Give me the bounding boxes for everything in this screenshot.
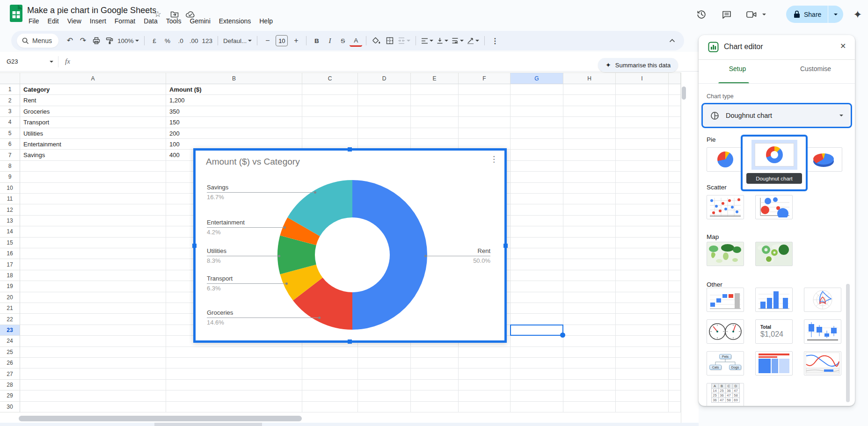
tab-setup[interactable]: Setup [705,65,770,72]
column-header-C[interactable]: C [302,72,358,84]
thumb-scatter-chart[interactable] [707,195,744,219]
gemini-icon[interactable]: ✦ [851,7,865,22]
menu-file[interactable]: File [24,16,44,26]
menu-extensions[interactable]: Extensions [215,16,255,26]
print-button[interactable] [90,34,102,47]
row-header-10[interactable]: 10 [0,183,20,194]
paint-format-button[interactable] [103,34,116,47]
menu-edit[interactable]: Edit [44,16,63,26]
text-color-button[interactable]: A [350,36,362,47]
summarise-data-button[interactable]: ✦ Summarise this data [598,58,678,72]
font-size-input[interactable]: 10 [274,34,289,47]
thumb-doughnut-chart[interactable] [755,143,794,166]
row-header-22[interactable]: 22 [0,314,20,325]
row-header-30[interactable]: 30 [0,402,20,412]
borders-button[interactable] [383,34,396,47]
row-header-4[interactable]: 4 [0,117,20,128]
cell[interactable]: Category [22,84,166,95]
row-header-21[interactable]: 21 [0,303,20,314]
collapse-toolbar-button[interactable] [666,34,678,47]
chart-resize-handle-left[interactable] [192,244,197,248]
menu-help[interactable]: Help [255,16,277,26]
select-all-corner[interactable] [0,72,20,84]
row-header-29[interactable]: 29 [0,390,20,401]
close-icon[interactable]: ✕ [840,42,846,51]
strikethrough-button[interactable]: S [336,34,349,47]
thumb-org-chart[interactable]: Pets Cats Dogs [707,351,744,375]
row-header-25[interactable]: 25 [0,347,20,358]
menu-format[interactable]: Format [110,16,139,26]
menu-gemini[interactable]: Gemini [185,16,214,26]
menu-data[interactable]: Data [139,16,162,26]
increase-font-size-button[interactable]: + [290,34,302,47]
chart-resize-handle-bottom[interactable] [348,339,352,344]
thumb-bubble-chart[interactable] [755,195,793,219]
merge-cells-button[interactable] [396,34,412,47]
row-header-17[interactable]: 17 [0,259,20,270]
thumb-histogram-chart[interactable] [755,288,793,312]
menu-tools[interactable]: Tools [162,16,186,26]
share-dropdown-caret[interactable] [828,6,843,23]
thumb-pie-chart[interactable] [707,147,744,172]
thumb-table-chart[interactable]: ABCD142536472536475836475869 [707,383,744,406]
thumb-geo-chart-markers[interactable] [755,242,793,266]
cell[interactable]: 350 [168,106,302,117]
column-header-G[interactable]: G [511,72,563,84]
meet-dropdown-caret[interactable] [760,7,768,22]
sheets-logo-icon[interactable] [10,5,22,22]
version-history-icon[interactable] [694,7,708,22]
row-header-11[interactable]: 11 [0,194,20,204]
meet-video-icon[interactable] [744,7,759,22]
row-header-1[interactable]: 1 [0,84,20,95]
thumb-timeline-chart[interactable] [804,351,841,375]
row-header-19[interactable]: 19 [0,281,20,292]
column-header-D[interactable]: D [358,72,411,84]
share-button[interactable]: Share [786,6,828,23]
thumb-candlestick-chart[interactable] [804,319,841,344]
menu-insert[interactable]: Insert [86,16,110,26]
row-header-5[interactable]: 5 [0,128,20,139]
row-header-6[interactable]: 6 [0,139,20,150]
cell[interactable]: Savings [22,150,166,160]
cell[interactable]: Rent [22,95,166,106]
row-header-13[interactable]: 13 [0,216,20,226]
row-header-20[interactable]: 20 [0,292,20,303]
cell[interactable]: 150 [168,117,302,128]
tab-customise[interactable]: Customise [783,65,848,72]
increase-decimal-button[interactable]: .00 [188,34,200,47]
cell[interactable]: 200 [168,128,302,139]
row-header-14[interactable]: 14 [0,226,20,237]
column-header-B[interactable]: B [166,72,302,84]
thumb-3d-pie-chart[interactable] [805,147,842,172]
row-header-18[interactable]: 18 [0,270,20,281]
row-header-7[interactable]: 7 [0,150,20,160]
column-header-I[interactable]: I [616,72,669,84]
italic-button[interactable]: I [323,34,336,47]
thumb-treemap-chart[interactable] [755,351,793,375]
more-toolbar-button[interactable]: ⋮ [489,34,501,47]
toolbar-search[interactable]: Menus [17,34,58,48]
zoom-select[interactable]: 100% [116,34,140,47]
cell[interactable]: Amount ($) [168,84,302,95]
format-currency-button[interactable]: £ [148,34,161,47]
text-rotation-button[interactable] [466,34,481,47]
menu-view[interactable]: View [63,16,86,26]
thumb-geo-chart[interactable] [707,242,744,266]
font-select[interactable]: Defaul... [222,34,253,47]
comments-icon[interactable] [720,7,734,22]
column-header-overflow[interactable] [669,72,681,84]
row-header-2[interactable]: 2 [0,95,20,106]
chart-type-dropdown[interactable]: Doughnut chart [701,103,852,128]
fill-handle[interactable] [560,332,565,338]
column-header-F[interactable]: F [459,72,511,84]
vertical-align-button[interactable] [435,34,450,47]
thumb-radar-chart[interactable] [804,288,841,312]
row-header-27[interactable]: 27 [0,368,20,379]
bold-button[interactable]: B [310,34,323,47]
column-header-A[interactable]: A [20,72,166,84]
row-header-3[interactable]: 3 [0,106,20,117]
row-header-12[interactable]: 12 [0,204,20,215]
column-header-H[interactable]: H [563,72,616,84]
thumb-scorecard[interactable]: Total $1,024 [755,319,793,344]
embedded-chart[interactable]: Amount ($) vs Category ⋮ Rent50.0%Grocer… [193,148,507,343]
